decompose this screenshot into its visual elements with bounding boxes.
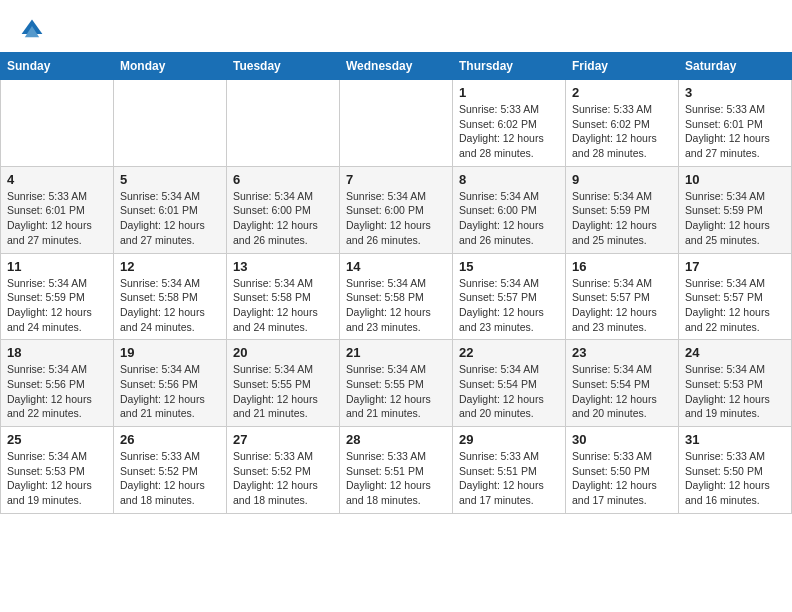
cell-info-text: Sunrise: 5:34 AM Sunset: 5:59 PM Dayligh… xyxy=(572,189,672,248)
calendar-cell: 15Sunrise: 5:34 AM Sunset: 5:57 PM Dayli… xyxy=(453,253,566,340)
calendar-cell: 23Sunrise: 5:34 AM Sunset: 5:54 PM Dayli… xyxy=(566,340,679,427)
calendar-cell: 14Sunrise: 5:34 AM Sunset: 5:58 PM Dayli… xyxy=(340,253,453,340)
cell-date-number: 3 xyxy=(685,85,785,100)
cell-date-number: 15 xyxy=(459,259,559,274)
calendar-cell xyxy=(1,80,114,167)
cell-info-text: Sunrise: 5:34 AM Sunset: 5:59 PM Dayligh… xyxy=(7,276,107,335)
calendar-cell: 21Sunrise: 5:34 AM Sunset: 5:55 PM Dayli… xyxy=(340,340,453,427)
calendar-header-row: SundayMondayTuesdayWednesdayThursdayFrid… xyxy=(1,53,792,80)
calendar-cell: 25Sunrise: 5:34 AM Sunset: 5:53 PM Dayli… xyxy=(1,427,114,514)
cell-info-text: Sunrise: 5:34 AM Sunset: 5:56 PM Dayligh… xyxy=(120,362,220,421)
cell-info-text: Sunrise: 5:34 AM Sunset: 5:58 PM Dayligh… xyxy=(346,276,446,335)
cell-info-text: Sunrise: 5:34 AM Sunset: 5:53 PM Dayligh… xyxy=(685,362,785,421)
calendar-table: SundayMondayTuesdayWednesdayThursdayFrid… xyxy=(0,52,792,514)
calendar-cell: 18Sunrise: 5:34 AM Sunset: 5:56 PM Dayli… xyxy=(1,340,114,427)
header-thursday: Thursday xyxy=(453,53,566,80)
cell-info-text: Sunrise: 5:34 AM Sunset: 6:00 PM Dayligh… xyxy=(459,189,559,248)
cell-date-number: 31 xyxy=(685,432,785,447)
cell-info-text: Sunrise: 5:33 AM Sunset: 6:02 PM Dayligh… xyxy=(572,102,672,161)
calendar-cell: 3Sunrise: 5:33 AM Sunset: 6:01 PM Daylig… xyxy=(679,80,792,167)
calendar-cell: 5Sunrise: 5:34 AM Sunset: 6:01 PM Daylig… xyxy=(114,166,227,253)
header-wednesday: Wednesday xyxy=(340,53,453,80)
cell-info-text: Sunrise: 5:34 AM Sunset: 5:55 PM Dayligh… xyxy=(233,362,333,421)
cell-date-number: 23 xyxy=(572,345,672,360)
calendar-cell: 4Sunrise: 5:33 AM Sunset: 6:01 PM Daylig… xyxy=(1,166,114,253)
calendar-week-1: 1Sunrise: 5:33 AM Sunset: 6:02 PM Daylig… xyxy=(1,80,792,167)
cell-date-number: 19 xyxy=(120,345,220,360)
calendar-cell: 28Sunrise: 5:33 AM Sunset: 5:51 PM Dayli… xyxy=(340,427,453,514)
cell-date-number: 14 xyxy=(346,259,446,274)
cell-date-number: 10 xyxy=(685,172,785,187)
cell-date-number: 4 xyxy=(7,172,107,187)
calendar-week-2: 4Sunrise: 5:33 AM Sunset: 6:01 PM Daylig… xyxy=(1,166,792,253)
cell-info-text: Sunrise: 5:33 AM Sunset: 5:51 PM Dayligh… xyxy=(346,449,446,508)
cell-date-number: 25 xyxy=(7,432,107,447)
calendar-cell: 31Sunrise: 5:33 AM Sunset: 5:50 PM Dayli… xyxy=(679,427,792,514)
calendar-week-5: 25Sunrise: 5:34 AM Sunset: 5:53 PM Dayli… xyxy=(1,427,792,514)
cell-date-number: 22 xyxy=(459,345,559,360)
calendar-cell: 29Sunrise: 5:33 AM Sunset: 5:51 PM Dayli… xyxy=(453,427,566,514)
cell-date-number: 8 xyxy=(459,172,559,187)
calendar-cell: 8Sunrise: 5:34 AM Sunset: 6:00 PM Daylig… xyxy=(453,166,566,253)
cell-info-text: Sunrise: 5:34 AM Sunset: 5:57 PM Dayligh… xyxy=(572,276,672,335)
cell-date-number: 16 xyxy=(572,259,672,274)
calendar-cell: 11Sunrise: 5:34 AM Sunset: 5:59 PM Dayli… xyxy=(1,253,114,340)
cell-info-text: Sunrise: 5:34 AM Sunset: 5:56 PM Dayligh… xyxy=(7,362,107,421)
cell-info-text: Sunrise: 5:33 AM Sunset: 5:52 PM Dayligh… xyxy=(120,449,220,508)
cell-info-text: Sunrise: 5:34 AM Sunset: 6:01 PM Dayligh… xyxy=(120,189,220,248)
cell-date-number: 6 xyxy=(233,172,333,187)
cell-date-number: 18 xyxy=(7,345,107,360)
cell-date-number: 9 xyxy=(572,172,672,187)
header-saturday: Saturday xyxy=(679,53,792,80)
cell-info-text: Sunrise: 5:34 AM Sunset: 5:55 PM Dayligh… xyxy=(346,362,446,421)
cell-date-number: 13 xyxy=(233,259,333,274)
cell-info-text: Sunrise: 5:34 AM Sunset: 5:58 PM Dayligh… xyxy=(120,276,220,335)
calendar-cell: 6Sunrise: 5:34 AM Sunset: 6:00 PM Daylig… xyxy=(227,166,340,253)
calendar-cell: 13Sunrise: 5:34 AM Sunset: 5:58 PM Dayli… xyxy=(227,253,340,340)
cell-info-text: Sunrise: 5:34 AM Sunset: 5:54 PM Dayligh… xyxy=(572,362,672,421)
cell-date-number: 20 xyxy=(233,345,333,360)
cell-info-text: Sunrise: 5:34 AM Sunset: 5:57 PM Dayligh… xyxy=(459,276,559,335)
calendar-cell: 27Sunrise: 5:33 AM Sunset: 5:52 PM Dayli… xyxy=(227,427,340,514)
cell-info-text: Sunrise: 5:33 AM Sunset: 5:52 PM Dayligh… xyxy=(233,449,333,508)
calendar-cell xyxy=(340,80,453,167)
cell-date-number: 12 xyxy=(120,259,220,274)
cell-date-number: 11 xyxy=(7,259,107,274)
calendar-cell: 1Sunrise: 5:33 AM Sunset: 6:02 PM Daylig… xyxy=(453,80,566,167)
cell-date-number: 7 xyxy=(346,172,446,187)
cell-info-text: Sunrise: 5:34 AM Sunset: 5:57 PM Dayligh… xyxy=(685,276,785,335)
cell-date-number: 2 xyxy=(572,85,672,100)
cell-info-text: Sunrise: 5:34 AM Sunset: 5:53 PM Dayligh… xyxy=(7,449,107,508)
cell-date-number: 24 xyxy=(685,345,785,360)
calendar-cell xyxy=(114,80,227,167)
header-sunday: Sunday xyxy=(1,53,114,80)
calendar-cell: 7Sunrise: 5:34 AM Sunset: 6:00 PM Daylig… xyxy=(340,166,453,253)
calendar-cell: 24Sunrise: 5:34 AM Sunset: 5:53 PM Dayli… xyxy=(679,340,792,427)
calendar-week-4: 18Sunrise: 5:34 AM Sunset: 5:56 PM Dayli… xyxy=(1,340,792,427)
cell-date-number: 27 xyxy=(233,432,333,447)
cell-date-number: 5 xyxy=(120,172,220,187)
page-header xyxy=(0,0,792,52)
calendar-cell: 20Sunrise: 5:34 AM Sunset: 5:55 PM Dayli… xyxy=(227,340,340,427)
logo-icon xyxy=(20,18,44,42)
cell-date-number: 28 xyxy=(346,432,446,447)
cell-info-text: Sunrise: 5:33 AM Sunset: 6:01 PM Dayligh… xyxy=(685,102,785,161)
cell-info-text: Sunrise: 5:34 AM Sunset: 6:00 PM Dayligh… xyxy=(233,189,333,248)
cell-date-number: 30 xyxy=(572,432,672,447)
calendar-cell: 9Sunrise: 5:34 AM Sunset: 5:59 PM Daylig… xyxy=(566,166,679,253)
logo xyxy=(20,18,48,42)
cell-date-number: 26 xyxy=(120,432,220,447)
cell-info-text: Sunrise: 5:33 AM Sunset: 5:50 PM Dayligh… xyxy=(572,449,672,508)
calendar-cell: 12Sunrise: 5:34 AM Sunset: 5:58 PM Dayli… xyxy=(114,253,227,340)
calendar-cell: 30Sunrise: 5:33 AM Sunset: 5:50 PM Dayli… xyxy=(566,427,679,514)
calendar-cell: 26Sunrise: 5:33 AM Sunset: 5:52 PM Dayli… xyxy=(114,427,227,514)
cell-date-number: 17 xyxy=(685,259,785,274)
cell-info-text: Sunrise: 5:34 AM Sunset: 5:54 PM Dayligh… xyxy=(459,362,559,421)
calendar-cell: 19Sunrise: 5:34 AM Sunset: 5:56 PM Dayli… xyxy=(114,340,227,427)
cell-info-text: Sunrise: 5:33 AM Sunset: 6:01 PM Dayligh… xyxy=(7,189,107,248)
header-friday: Friday xyxy=(566,53,679,80)
calendar-cell xyxy=(227,80,340,167)
cell-info-text: Sunrise: 5:34 AM Sunset: 6:00 PM Dayligh… xyxy=(346,189,446,248)
cell-info-text: Sunrise: 5:33 AM Sunset: 5:51 PM Dayligh… xyxy=(459,449,559,508)
calendar-cell: 10Sunrise: 5:34 AM Sunset: 5:59 PM Dayli… xyxy=(679,166,792,253)
